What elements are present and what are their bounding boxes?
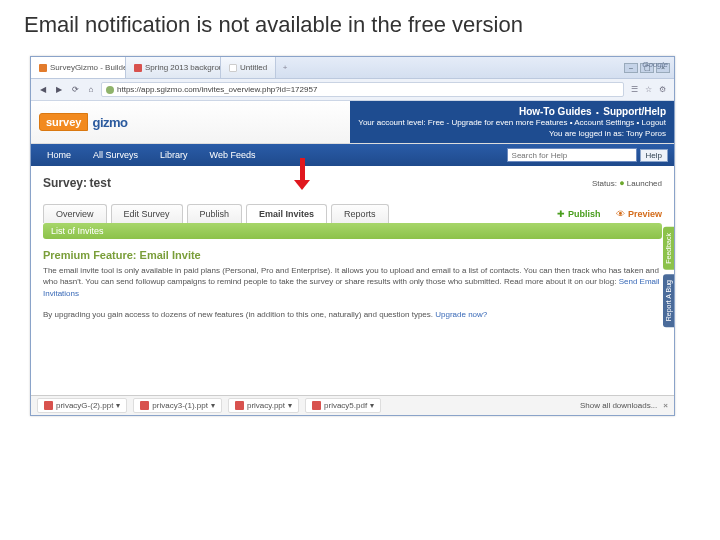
- logo[interactable]: survey gizmo: [39, 113, 128, 131]
- wrench-icon[interactable]: ☰: [628, 84, 640, 96]
- upgrade-now-link[interactable]: Upgrade now?: [435, 310, 487, 319]
- nav-search: Help: [507, 148, 668, 162]
- google-label: Google: [642, 60, 668, 69]
- browser-tab[interactable]: Untitled: [221, 57, 276, 78]
- file-icon: [235, 401, 244, 410]
- chevron-down-icon: ▾: [116, 401, 120, 410]
- content-area: Survey: test Status: ● Launched Overview…: [31, 166, 674, 326]
- url-text: https://app.sgizmo.com/invites_overview.…: [117, 85, 317, 94]
- home-icon[interactable]: ⌂: [85, 84, 97, 96]
- premium-body-2: By upgrading you gain access to dozens o…: [43, 309, 662, 320]
- side-tabs: Feedback Report A Bug: [663, 227, 674, 327]
- tab-reports[interactable]: Reports: [331, 204, 389, 223]
- status-dot-icon: ●: [619, 178, 624, 188]
- tab-label: Untitled: [240, 63, 267, 72]
- show-all-downloads-link[interactable]: Show all downloads...: [580, 401, 657, 410]
- download-filename: privacyG-(2).ppt: [56, 401, 113, 410]
- survey-label: Survey:: [43, 176, 87, 190]
- file-icon: [312, 401, 321, 410]
- star-icon[interactable]: ☆: [642, 84, 654, 96]
- premium-p1-text: The email invite tool is only available …: [43, 266, 659, 286]
- minimize-button[interactable]: –: [624, 63, 638, 73]
- main-nav: Home All Surveys Library Web Feeds Help: [31, 144, 674, 166]
- status-label: Status:: [592, 179, 617, 188]
- publish-button[interactable]: Publish: [557, 209, 600, 219]
- nav-web-feeds[interactable]: Web Feeds: [200, 146, 266, 164]
- status-value: Launched: [627, 179, 662, 188]
- tab-publish[interactable]: Publish: [187, 204, 243, 223]
- file-icon: [44, 401, 53, 410]
- logo-suffix: gizmo: [92, 115, 127, 130]
- tab-overview[interactable]: Overview: [43, 204, 107, 223]
- nav-all-surveys[interactable]: All Surveys: [83, 146, 148, 164]
- download-item[interactable]: privacy5.pdf▾: [305, 398, 381, 413]
- chevron-down-icon: ▾: [370, 401, 374, 410]
- feedback-tab[interactable]: Feedback: [663, 227, 674, 270]
- tab-edit-survey[interactable]: Edit Survey: [111, 204, 183, 223]
- tab-label: SurveyGizmo - Builder Ov...: [50, 63, 126, 72]
- tab-email-invites[interactable]: Email Invites: [246, 204, 327, 223]
- reload-icon[interactable]: ⟳: [69, 84, 81, 96]
- survey-name: test: [90, 176, 111, 190]
- download-filename: privacy5.pdf: [324, 401, 367, 410]
- browser-tab[interactable]: SurveyGizmo - Builder Ov...: [31, 57, 126, 78]
- browser-window: SurveyGizmo - Builder Ov... Spring 2013 …: [30, 56, 675, 416]
- help-search-input[interactable]: [507, 148, 637, 162]
- forward-icon[interactable]: ▶: [53, 84, 65, 96]
- logo-prefix: survey: [39, 113, 88, 131]
- premium-p2-text: By upgrading you gain access to dozens o…: [43, 310, 435, 319]
- howto-link[interactable]: How-To Guides: [519, 106, 592, 117]
- account-panel: How-To Guides • Support/Help Your accoun…: [350, 101, 674, 143]
- chevron-down-icon: ▾: [288, 401, 292, 410]
- download-item[interactable]: privacy.ppt▾: [228, 398, 299, 413]
- browser-tab[interactable]: Spring 2013 background...: [126, 57, 221, 78]
- report-bug-tab[interactable]: Report A Bug: [663, 274, 674, 327]
- list-of-invites-bar: List of Invites: [43, 223, 662, 239]
- downloads-close-button[interactable]: ×: [663, 401, 668, 410]
- app-header: survey gizmo How-To Guides • Support/Hel…: [31, 101, 674, 144]
- favicon-icon: [134, 64, 142, 72]
- download-filename: privacy3-(1).ppt: [152, 401, 208, 410]
- url-input[interactable]: https://app.sgizmo.com/invites_overview.…: [101, 82, 624, 97]
- survey-title: Survey: test: [43, 176, 111, 190]
- premium-heading: Premium Feature: Email Invite: [43, 249, 662, 261]
- chevron-down-icon: ▾: [211, 401, 215, 410]
- favicon-icon: [39, 64, 47, 72]
- logged-in-line: You are logged in as: Tony Poros: [549, 129, 666, 138]
- browser-tabstrip: SurveyGizmo - Builder Ov... Spring 2013 …: [31, 57, 674, 79]
- red-arrow-annotation: [294, 158, 310, 190]
- tab-actions: Publish Preview: [557, 209, 662, 219]
- status-badge: Status: ● Launched: [592, 178, 662, 188]
- download-item[interactable]: privacyG-(2).ppt▾: [37, 398, 127, 413]
- file-icon: [140, 401, 149, 410]
- nav-library[interactable]: Library: [150, 146, 198, 164]
- favicon-icon: [229, 64, 237, 72]
- back-icon[interactable]: ◀: [37, 84, 49, 96]
- menu-icon[interactable]: ⚙: [656, 84, 668, 96]
- support-link[interactable]: Support/Help: [603, 106, 666, 117]
- tab-label: Spring 2013 background...: [145, 63, 221, 72]
- premium-body-1: The email invite tool is only available …: [43, 265, 662, 299]
- slide-title: Email notification is not available in t…: [0, 0, 720, 46]
- survey-tabs: Overview Edit Survey Publish Email Invit…: [43, 204, 662, 223]
- download-filename: privacy.ppt: [247, 401, 285, 410]
- new-tab-button[interactable]: +: [276, 57, 294, 78]
- help-button[interactable]: Help: [640, 149, 668, 162]
- nav-home[interactable]: Home: [37, 146, 81, 164]
- download-bar: privacyG-(2).ppt▾ privacy3-(1).ppt▾ priv…: [31, 395, 674, 415]
- download-item[interactable]: privacy3-(1).ppt▾: [133, 398, 222, 413]
- globe-icon: [106, 86, 114, 94]
- address-bar: ◀ ▶ ⟳ ⌂ https://app.sgizmo.com/invites_o…: [31, 79, 674, 101]
- account-line: Your account level: Free - Upgrade for e…: [358, 118, 666, 127]
- preview-button[interactable]: Preview: [616, 209, 662, 219]
